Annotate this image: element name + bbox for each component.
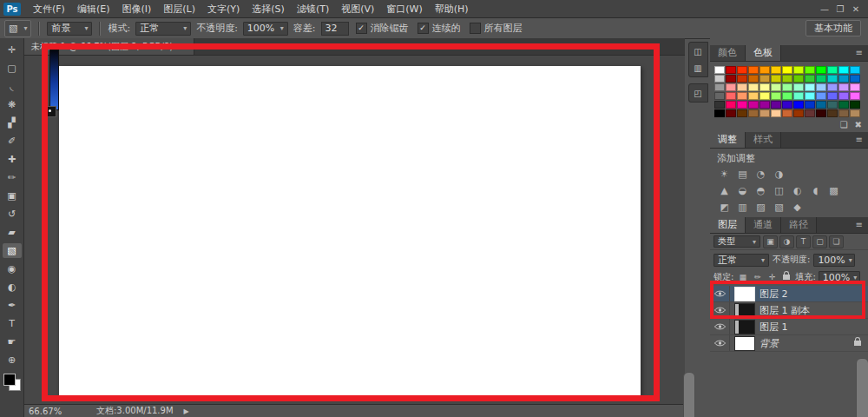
menu-选择(S)[interactable]: 选择(S) xyxy=(246,1,291,17)
color-swatch[interactable] xyxy=(771,75,781,83)
color-swatch[interactable] xyxy=(793,101,804,109)
tab-色板[interactable]: 色板 xyxy=(746,45,781,61)
color-swatch[interactable] xyxy=(760,101,770,109)
color-swatch[interactable] xyxy=(782,92,792,100)
tab-颜色[interactable]: 颜色 xyxy=(710,45,746,61)
menu-视图(V)[interactable]: 视图(V) xyxy=(335,1,380,17)
visibility-toggle[interactable] xyxy=(710,319,730,334)
selective-color-icon[interactable]: ◆ xyxy=(790,201,805,214)
color-swatch[interactable] xyxy=(850,66,860,74)
color-swatch[interactable] xyxy=(726,83,736,91)
color-swatch[interactable] xyxy=(748,66,759,74)
foreground-color-swatch[interactable] xyxy=(3,374,16,386)
color-swatch[interactable] xyxy=(748,109,759,117)
color-swatch[interactable] xyxy=(782,109,792,117)
hand-tool[interactable]: ☛ xyxy=(3,334,22,349)
exposure-icon[interactable]: ◑ xyxy=(772,168,786,181)
color-balance-icon[interactable]: ◓ xyxy=(753,184,768,197)
color-swatch[interactable] xyxy=(748,92,759,100)
color-swatch[interactable] xyxy=(782,75,792,83)
color-swatch[interactable] xyxy=(771,83,781,91)
brightness-contrast-icon[interactable]: ☀ xyxy=(717,168,732,181)
color-swatch[interactable] xyxy=(737,109,747,117)
gradient-tool[interactable]: ▧ xyxy=(3,243,22,258)
color-swatch[interactable] xyxy=(805,66,815,74)
dodge-tool[interactable]: ◐ xyxy=(3,280,22,295)
panel-menu-icon[interactable]: ≡ xyxy=(851,45,868,61)
color-swatch[interactable] xyxy=(793,75,804,83)
menu-文件(F)[interactable]: 文件(F) xyxy=(27,1,71,17)
color-swatch[interactable] xyxy=(726,66,736,74)
color-swatch[interactable] xyxy=(726,92,736,100)
pixel-layer-filter-icon[interactable]: ▣ xyxy=(763,235,778,248)
color-swatch[interactable] xyxy=(771,101,781,109)
menu-帮助(H)[interactable]: 帮助(H) xyxy=(429,1,475,17)
clone-stamp-tool[interactable]: ▣ xyxy=(3,189,22,203)
delete-swatch-icon[interactable]: ✖ xyxy=(855,120,862,129)
color-swatch[interactable] xyxy=(816,109,826,117)
color-swatch[interactable] xyxy=(805,83,815,91)
status-expand-icon[interactable]: ▶ xyxy=(184,407,189,415)
blur-tool[interactable]: ◉ xyxy=(3,261,22,276)
color-swatch[interactable] xyxy=(838,101,849,109)
spot-healing-brush-tool[interactable]: ✚ xyxy=(3,152,22,167)
tolerance-input[interactable]: 32 xyxy=(321,22,349,36)
color-swatch[interactable] xyxy=(737,66,747,74)
new-swatch-icon[interactable]: ❏ xyxy=(840,120,848,129)
color-swatch[interactable] xyxy=(760,83,770,91)
minimize-button[interactable]: — xyxy=(817,1,832,17)
color-swatch[interactable] xyxy=(805,75,815,83)
color-swatch[interactable] xyxy=(805,109,815,117)
mode-select[interactable]: 正常 ▾ xyxy=(135,22,191,36)
color-swatch[interactable] xyxy=(782,83,792,91)
crop-tool[interactable]: ▞ xyxy=(3,116,22,130)
hue-saturation-icon[interactable]: ◒ xyxy=(735,184,750,197)
quick-selection-tool[interactable]: ❋ xyxy=(3,97,22,112)
color-swatch[interactable] xyxy=(714,109,725,117)
color-swatch[interactable] xyxy=(760,75,770,83)
collapsed-panel-icon-2[interactable]: ▥ xyxy=(692,62,705,74)
color-swatch[interactable] xyxy=(827,75,838,83)
color-swatch[interactable] xyxy=(714,101,725,109)
color-swatch[interactable] xyxy=(748,75,759,83)
layer-filter-select[interactable]: 类型 ▾ xyxy=(713,235,760,248)
menu-滤镜(T)[interactable]: 滤镜(T) xyxy=(291,1,335,17)
posterize-icon[interactable]: ▥ xyxy=(735,201,750,214)
tab-通道[interactable]: 通道 xyxy=(746,217,781,233)
move-tool[interactable]: ✛ xyxy=(3,43,22,57)
color-swatch[interactable] xyxy=(838,75,849,83)
levels-icon[interactable]: ▤ xyxy=(735,168,750,181)
layer-row[interactable]: 图层 1 xyxy=(710,319,868,335)
tab-路径[interactable]: 路径 xyxy=(781,217,817,233)
color-swatch[interactable] xyxy=(771,66,781,74)
collapsed-panel-icon-1[interactable]: ◫ xyxy=(692,45,705,57)
pen-tool[interactable]: ✒ xyxy=(3,298,22,313)
zoom-level[interactable]: 66.67% xyxy=(29,407,91,416)
type-tool[interactable]: T xyxy=(3,316,22,331)
tool-preset-picker[interactable]: ▧ ▾ xyxy=(4,20,31,37)
color-swatch[interactable] xyxy=(816,101,826,109)
color-swatch[interactable] xyxy=(737,92,747,100)
color-swatch[interactable] xyxy=(850,92,860,100)
color-swatch[interactable] xyxy=(850,101,860,109)
eraser-tool[interactable]: ▰ xyxy=(3,225,22,240)
color-swatch[interactable] xyxy=(760,92,770,100)
smart-object-filter-icon[interactable]: ❏ xyxy=(829,235,844,248)
brush-tool[interactable]: ✏ xyxy=(3,170,22,185)
tab-图层[interactable]: 图层 xyxy=(710,217,746,233)
blend-mode-select[interactable]: 正常 ▾ xyxy=(713,254,769,267)
color-swatch[interactable] xyxy=(850,109,860,117)
visibility-toggle[interactable] xyxy=(710,335,730,351)
color-swatch[interactable] xyxy=(726,75,736,83)
color-swatch[interactable] xyxy=(714,66,725,74)
photo-filter-icon[interactable]: ◐ xyxy=(790,184,805,197)
rectangular-marquee-tool[interactable]: ▢ xyxy=(3,61,22,76)
menu-图层(L)[interactable]: 图层(L) xyxy=(157,1,201,17)
color-swatch[interactable] xyxy=(714,92,725,100)
type-layer-filter-icon[interactable]: T xyxy=(796,235,811,248)
channel-mixer-icon[interactable]: ◖ xyxy=(808,184,823,197)
lock-all-icon[interactable] xyxy=(783,275,790,280)
adjustment-layer-filter-icon[interactable]: ◑ xyxy=(779,235,794,248)
workspace-switcher-button[interactable]: 基本功能 xyxy=(806,20,861,36)
opacity-select[interactable]: 100% ▾ xyxy=(243,22,288,36)
